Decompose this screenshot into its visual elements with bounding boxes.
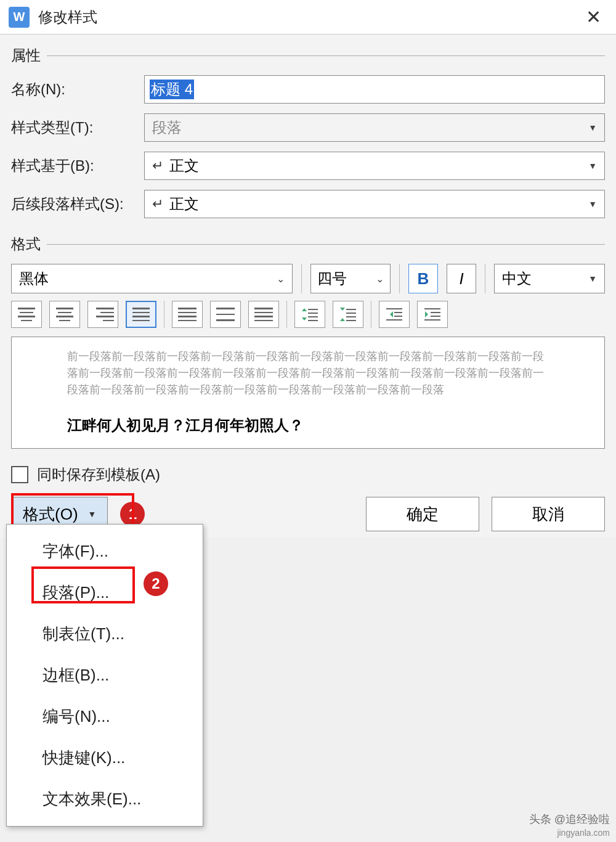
align-right-button[interactable] [87,301,118,328]
return-icon: ↵ [152,196,163,212]
bold-icon: B [418,269,429,288]
chevron-down-icon: ▼ [588,161,597,171]
chevron-down-icon: ⌄ [376,273,384,285]
format-dropdown-menu: 字体(F)... 段落(P)... 制表位(T)... 边框(B)... 编号(… [6,524,203,827]
preview-context-text: 前一段落前一段落前一段落前一段落前一段落前一段落前一段落前一段落前一段落前一段落… [67,348,549,398]
name-input[interactable]: 标题 4 [144,75,605,104]
align-justify-button[interactable] [126,301,156,328]
divider [47,55,605,56]
menu-item-border[interactable]: 边框(B)... [7,655,203,696]
ok-button[interactable]: 确定 [366,497,479,531]
language-value: 中文 [502,269,532,288]
next-style-label: 后续段落样式(S): [11,194,144,214]
align-center-button[interactable] [49,301,80,328]
menu-item-numbering[interactable]: 编号(N)... [7,696,203,737]
line-spacing-normal-button[interactable] [248,301,279,328]
watermark: 头条 @追经验啦 jingyanla.com [529,812,610,838]
ok-label: 确定 [407,504,439,525]
watermark-line1: 头条 @追经验啦 [529,812,610,827]
dialog-title: 修改样式 [38,7,97,27]
increase-para-spacing-button[interactable] [294,301,325,328]
return-icon: ↵ [152,158,163,174]
save-to-template-label: 同时保存到模板(A) [37,465,160,484]
align-left-button[interactable] [11,301,42,328]
style-type-value: 段落 [152,118,182,137]
separator [485,264,485,293]
based-on-value: 正文 [169,156,199,176]
font-size-value: 四号 [317,269,347,288]
menu-item-shortcut[interactable]: 快捷键(K)... [7,737,203,779]
annotation-badge-2: 2 [144,571,168,596]
save-to-template-checkbox[interactable] [11,466,28,483]
bold-button[interactable]: B [408,264,438,293]
divider [47,244,605,245]
font-family-value: 黑体 [19,269,49,288]
decrease-indent-button[interactable] [379,301,410,328]
italic-icon: I [459,269,463,288]
menu-item-tabs[interactable]: 制表位(T)... [7,613,203,655]
watermark-line2: jingyanla.com [529,827,610,838]
section-format-label: 格式 [11,234,41,254]
cancel-label: 取消 [532,504,564,525]
chevron-down-icon: ▼ [588,199,597,209]
style-type-label: 样式类型(T): [11,118,144,137]
titlebar: W 修改样式 ✕ [0,0,616,35]
separator [371,301,371,328]
separator [286,301,287,328]
line-spacing-loose-button[interactable] [210,301,241,328]
next-style-value: 正文 [169,194,199,214]
font-size-dropdown[interactable]: 四号 ⌄ [310,264,391,293]
menu-item-font[interactable]: 字体(F)... [7,531,203,572]
style-preview: 前一段落前一段落前一段落前一段落前一段落前一段落前一段落前一段落前一段落前一段落… [11,337,605,449]
separator [164,301,164,328]
chevron-down-icon: ▼ [588,123,597,133]
based-on-dropdown[interactable]: ↵ 正文 ▼ [144,152,605,180]
next-style-dropdown[interactable]: ↵ 正文 ▼ [144,190,605,218]
chevron-down-icon: ⌄ [277,273,285,285]
annotation-highlight-2 [31,566,135,603]
preview-sample-text: 江畔何人初见月？江月何年初照人？ [67,415,549,435]
style-type-dropdown: 段落 ▼ [144,113,605,142]
separator [301,264,302,293]
separator [399,264,400,293]
italic-button[interactable]: I [447,264,476,293]
name-label: 名称(N): [11,80,144,99]
cancel-button[interactable]: 取消 [492,497,605,531]
menu-item-texteffect[interactable]: 文本效果(E)... [7,779,203,820]
line-spacing-tight-button[interactable] [172,301,203,328]
format-menu-label: 格式(O) [23,504,78,525]
section-properties-label: 属性 [11,46,41,65]
section-properties-title: 属性 [11,46,605,65]
increase-indent-button[interactable] [417,301,448,328]
annotation-badge-1: 1 [120,502,145,526]
close-icon[interactable]: ✕ [580,4,607,30]
decrease-para-spacing-button[interactable] [333,301,363,328]
font-family-dropdown[interactable]: 黑体 ⌄ [11,264,293,293]
chevron-down-icon: ▼ [88,509,97,519]
language-dropdown[interactable]: 中文 ▼ [494,264,605,293]
based-on-label: 样式基于(B): [11,156,144,176]
chevron-down-icon: ▼ [588,274,597,284]
name-value-selected: 标题 4 [150,80,194,99]
wps-logo-icon: W [9,7,30,28]
section-format-title: 格式 [11,234,605,254]
